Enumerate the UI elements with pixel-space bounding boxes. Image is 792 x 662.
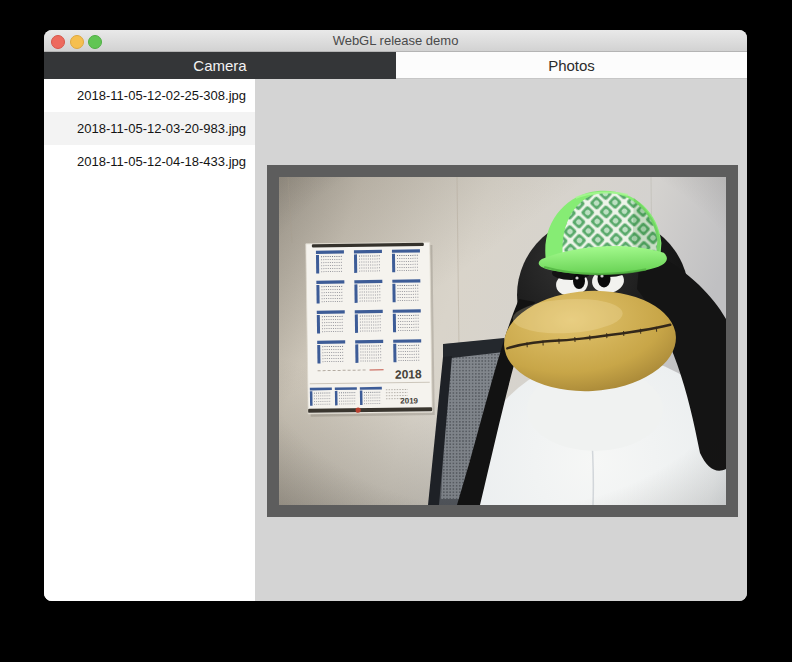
tab-camera[interactable]: Camera [44,52,396,79]
window-controls [51,35,107,49]
tab-bar: Camera Photos [44,52,747,79]
tab-photos-label: Photos [548,57,595,74]
app-window: WebGL release demo Camera Photos 2018-11… [44,30,747,601]
list-item[interactable]: 2018-11-05-12-02-25-308.jpg [44,79,255,112]
close-button[interactable] [51,35,65,49]
tab-camera-label: Camera [193,57,246,74]
tux-photo: 2018 2019 [279,177,726,505]
list-item[interactable]: 2018-11-05-12-04-18-433.jpg [44,145,255,178]
photo-frame: 2018 2019 [267,165,738,517]
window-title: WebGL release demo [333,33,459,48]
photo-file-list: 2018-11-05-12-02-25-308.jpg 2018-11-05-1… [44,79,255,601]
tab-photos[interactable]: Photos [396,52,747,79]
content-area: 2018-11-05-12-02-25-308.jpg 2018-11-05-1… [44,79,747,601]
photo-vignette [279,177,726,505]
zoom-button[interactable] [88,35,102,49]
list-item-selected[interactable]: 2018-11-05-12-03-20-983.jpg [44,112,255,145]
minimize-button[interactable] [70,35,84,49]
titlebar[interactable]: WebGL release demo [44,30,747,52]
